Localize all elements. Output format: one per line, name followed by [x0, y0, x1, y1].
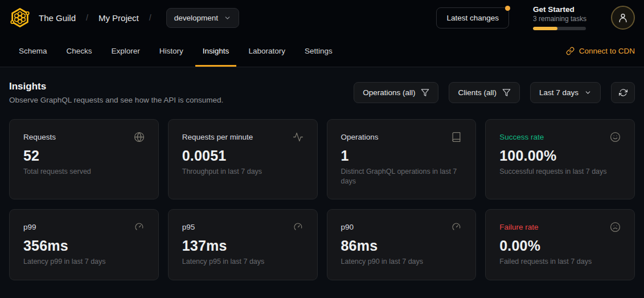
card-description: Successful requests in last 7 days — [499, 167, 621, 177]
get-started-subtitle: 3 remaining tasks — [533, 15, 587, 23]
card-title: Success rate — [499, 133, 544, 141]
breadcrumb-separator: / — [149, 13, 151, 22]
gauge-icon — [451, 222, 462, 232]
tab-schema[interactable]: Schema — [11, 35, 55, 67]
gauge-icon — [293, 222, 303, 232]
hive-logo-icon[interactable] — [9, 7, 31, 28]
card-value: 52 — [23, 148, 145, 164]
user-avatar[interactable] — [611, 6, 635, 30]
insights-page: Insights Observe GraphQL requests and se… — [0, 67, 644, 280]
card-title: Requests per minute — [182, 133, 253, 141]
globe-icon — [134, 132, 145, 142]
card-value: 1 — [341, 148, 462, 164]
card-value: 100.00% — [499, 148, 621, 164]
top-header: The Guild / My Project / development Lat… — [0, 0, 644, 35]
card-value: 0.00% — [499, 238, 621, 254]
notification-dot — [505, 6, 510, 11]
target-nav: Schema Checks Explorer History Insights … — [0, 35, 644, 67]
latest-changes-label: Latest changes — [446, 14, 499, 22]
refresh-button[interactable] — [611, 82, 635, 103]
link-icon — [566, 47, 575, 55]
filter-funnel-icon — [421, 88, 429, 97]
card-description: Latency p95 in last 7 days — [182, 257, 303, 267]
gauge-icon — [134, 222, 145, 232]
filter-funnel-icon — [502, 88, 511, 97]
get-started-widget[interactable]: Get Started 3 remaining tasks — [533, 5, 587, 30]
breadcrumb-project[interactable]: My Project — [99, 13, 139, 23]
tab-explorer[interactable]: Explorer — [104, 35, 147, 67]
get-started-title: Get Started — [533, 5, 587, 14]
refresh-icon — [619, 88, 627, 97]
filter-toolbar: Operations (all) Clients (all) Last 7 da… — [354, 82, 635, 103]
connect-to-cdn-label: Connect to CDN — [579, 47, 635, 55]
card-title: p95 — [182, 223, 195, 231]
breadcrumb-org[interactable]: The Guild — [39, 13, 76, 23]
card-title: Requests — [23, 133, 56, 141]
card-description: Throughput in last 7 days — [182, 167, 303, 177]
person-icon — [617, 12, 629, 23]
latest-changes-button[interactable]: Latest changes — [436, 7, 509, 28]
frown-icon — [610, 222, 621, 232]
stat-card-operations: Operations 1 Distinct GraphQL operations… — [327, 119, 477, 199]
stat-card-requests: Requests 52 Total requests served — [9, 119, 159, 199]
stats-card-grid: Requests 52 Total requests served Reques… — [9, 119, 635, 280]
card-title: p99 — [23, 223, 36, 231]
card-description: Latency p99 in last 7 days — [23, 257, 145, 267]
chevron-down-icon — [584, 89, 592, 96]
card-description: Failed requests in last 7 days — [499, 257, 621, 267]
card-description: Latency p90 in last 7 days — [341, 257, 462, 267]
operations-filter-label: Operations (all) — [363, 88, 415, 97]
stat-card-failure-rate: Failure rate 0.00% Failed requests in la… — [485, 209, 635, 280]
tab-settings[interactable]: Settings — [297, 35, 340, 67]
date-range-select[interactable]: Last 7 days — [530, 82, 601, 103]
stat-card-p90: p90 86ms Latency p90 in last 7 days — [327, 209, 477, 280]
book-icon — [451, 132, 462, 142]
card-value: 86ms — [341, 238, 462, 254]
get-started-progressbar — [533, 27, 586, 30]
card-title: Operations — [341, 133, 379, 141]
card-description: Distinct GraphQL operations in last 7 da… — [341, 167, 462, 186]
breadcrumb-separator: / — [86, 13, 88, 22]
page-subtitle: Observe GraphQL requests and see how the… — [9, 96, 223, 104]
stat-card-p95: p95 137ms Latency p95 in last 7 days — [168, 209, 318, 280]
get-started-progress-fill — [533, 27, 557, 30]
tab-laboratory[interactable]: Laboratory — [241, 35, 293, 67]
tab-checks[interactable]: Checks — [59, 35, 100, 67]
card-title: Failure rate — [499, 223, 538, 231]
card-description: Total requests served — [23, 167, 145, 177]
card-value: 0.0051 — [182, 148, 303, 164]
tab-insights[interactable]: Insights — [195, 35, 237, 67]
date-range-label: Last 7 days — [539, 88, 579, 97]
card-value: 356ms — [23, 238, 145, 254]
stat-card-success-rate: Success rate 100.00% Successful requests… — [485, 119, 635, 199]
tab-list: Schema Checks Explorer History Insights … — [11, 35, 340, 67]
operations-filter-button[interactable]: Operations (all) — [354, 82, 438, 103]
connect-to-cdn-button[interactable]: Connect to CDN — [566, 35, 635, 67]
chevron-down-icon — [224, 14, 231, 22]
environment-select-value: development — [174, 14, 218, 22]
smile-icon — [610, 132, 621, 142]
page-title: Insights — [9, 81, 223, 92]
environment-select[interactable]: development — [166, 8, 239, 28]
tab-history[interactable]: History — [152, 35, 191, 67]
clients-filter-button[interactable]: Clients (all) — [449, 82, 520, 103]
stat-card-p99: p99 356ms Latency p99 in last 7 days — [9, 209, 159, 280]
clients-filter-label: Clients (all) — [458, 88, 497, 97]
card-title: p90 — [341, 223, 354, 231]
stat-card-requests-per-minute: Requests per minute 0.0051 Throughput in… — [168, 119, 318, 199]
card-value: 137ms — [182, 238, 303, 254]
activity-icon — [293, 132, 303, 142]
